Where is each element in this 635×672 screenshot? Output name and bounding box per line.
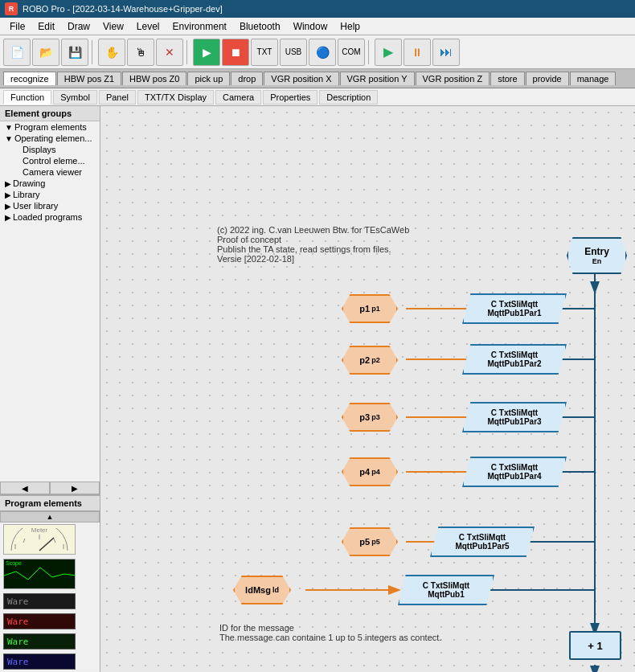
tab-store[interactable]: store [490,72,524,85]
tab-drop[interactable]: drop [231,72,263,85]
node-p3[interactable]: p3 p3 [342,403,398,432]
sidebar-nav-left[interactable]: ◀ [0,481,50,494]
sidebar-item-displays[interactable]: Displays [0,144,100,155]
node-p5[interactable]: p5 p5 [342,527,398,556]
menubar: File Edit Draw View Level Environment Bl… [0,18,635,35]
comment-line1: (c) 2022 ing. C.van Leeuwen Btw. for TEs… [217,225,409,235]
p1-label: p1 [359,304,370,313]
node-func6[interactable]: C TxtSliMqtt MqttPub1 [398,575,494,605]
menu-level[interactable]: Level [130,19,166,34]
pe-ware-red[interactable]: Ware [0,612,100,632]
subtab-properties[interactable]: Properties [263,90,318,104]
canvas-note: ID for the message The message can conta… [219,623,441,642]
func2-line2: MqttPub1Par2 [487,359,541,368]
tab-hbw-z0[interactable]: HBW pos Z0 [122,72,186,85]
select-tool[interactable]: 🖱 [127,39,154,66]
node-p2[interactable]: p2 p2 [342,346,398,375]
menu-file[interactable]: File [3,19,31,34]
menu-bluetooth[interactable]: Bluetooth [233,19,287,34]
node-func5[interactable]: C TxtSliMqtt MqttPub1Par5 [430,527,535,557]
sidebar-item-library[interactable]: ▶Library [0,189,100,200]
entry-label: Entry [584,246,609,257]
panel-scroll-up[interactable]: ▲ [0,511,100,522]
tab-pickup[interactable]: pick up [187,72,230,85]
svg-line-2 [23,539,25,543]
sidebar-nav: ◀ ▶ [0,481,100,495]
sidebar-item-drawing[interactable]: ▶Drawing [0,178,100,189]
sidebar-item-program-elements[interactable]: ▼Program elements [0,121,100,133]
node-entry[interactable]: Entry En [567,237,627,274]
com-usb-button[interactable]: USB [280,39,307,66]
menu-view[interactable]: View [96,19,130,34]
tab-recognize[interactable]: recognize [3,72,56,85]
delete-tool[interactable]: ✕ [156,39,183,66]
counter-label: + 1 [588,640,602,652]
menu-edit[interactable]: Edit [31,19,61,34]
tab-vgr-z[interactable]: VGR position Z [416,72,490,85]
subtab-panel[interactable]: Panel [99,90,136,104]
new-button[interactable]: 📄 [3,39,31,66]
p4-sub: p4 [371,468,380,476]
tab-vgr-y[interactable]: VGR position Y [340,72,415,85]
func6-line2: MqttPub1 [423,590,469,599]
node-func2[interactable]: C TxtSliMqtt MqttPub1Par2 [462,344,567,375]
node-p4[interactable]: p4 p4 [342,457,398,486]
pe-ware-blue-text[interactable]: Ware [0,652,100,672]
play-button[interactable]: ▶ [375,39,402,66]
tab-vgr-x[interactable]: VGR position X [264,72,338,85]
save-button[interactable]: 💾 [61,39,88,66]
sidebar-item-user-library[interactable]: ▶User library [0,200,100,211]
run-green-button[interactable]: ▶ [193,39,220,66]
step-button[interactable]: ⏭ [432,39,460,66]
app-icon: R [5,2,18,15]
node-func1[interactable]: C TxtSliMqtt MqttPub1Par1 [462,293,567,324]
sep1 [92,40,95,64]
sidebar-item-camera-viewer[interactable]: Camera viewer [0,166,100,178]
tab-hbw-z1[interactable]: HBW pos Z1 [57,72,121,85]
sidebar: Element groups ▼Program elements ▼Operat… [0,106,100,672]
node-ldmsg[interactable]: ldMsg ld [233,576,291,604]
open-button[interactable]: 📂 [32,39,59,66]
stop-red-button[interactable]: ⏹ [222,39,249,66]
pe-scope[interactable]: Scope [0,557,100,592]
sidebar-item-operating-elements[interactable]: ▼Operating elemen... [0,133,100,144]
pause-button[interactable]: ⏸ [404,39,431,66]
menu-environment[interactable]: Environment [166,19,233,34]
func5-line2: MqttPub1Par5 [455,542,509,551]
subtab-function[interactable]: Function [3,90,51,104]
p2-sub: p2 [371,356,380,364]
canvas-area[interactable]: (c) 2022 ing. C.van Leeuwen Btw. for TEs… [100,106,635,672]
menu-help[interactable]: Help [334,19,367,34]
node-func4[interactable]: C TxtSliMqtt MqttPub1Par4 [462,457,567,487]
com-com-button[interactable]: COM [338,39,365,66]
arrows-svg [100,106,635,672]
sidebar-item-control-elements[interactable]: Control eleme... [0,155,100,166]
subtab-camera[interactable]: Camera [215,90,261,104]
pe-ware-dark[interactable]: Ware [0,592,100,612]
node-func3[interactable]: C TxtSliMqtt MqttPub1Par3 [462,402,567,432]
pe-ware-green[interactable]: Ware [0,632,100,652]
node-p1[interactable]: p1 p1 [342,294,398,323]
menu-window[interactable]: Window [287,19,334,34]
note-line2: The message can containe 1 up to 5 integ… [219,633,441,642]
func3-line1: C TxtSliMqtt [487,408,541,417]
sidebar-item-loaded-programs[interactable]: ▶Loaded programs [0,211,100,223]
sep3 [368,40,371,64]
p5-sub: p5 [371,538,380,546]
program-elements-panel: Program elements ▲ Meter [0,495,100,672]
func4-line1: C TxtSliMqtt [487,463,541,472]
subtab-txt-tx-display[interactable]: TXT/TX Display [137,90,214,104]
pe-meter[interactable]: Meter [0,522,100,557]
tab-manage[interactable]: manage [570,72,617,85]
sidebar-nav-right[interactable]: ▶ [50,481,100,494]
tab-provide[interactable]: provide [526,72,569,85]
entry-sub: En [584,257,609,265]
com-button[interactable]: TXT [251,39,278,66]
subtab-symbol[interactable]: Symbol [53,90,97,104]
node-counter[interactable]: + 1 [569,631,621,660]
hand-tool[interactable]: ✋ [98,39,125,66]
com-bt-button[interactable]: 🔵 [309,39,336,66]
menu-draw[interactable]: Draw [61,19,96,34]
program-elements-panel-header: Program elements [0,496,100,511]
subtab-description[interactable]: Description [319,90,378,104]
